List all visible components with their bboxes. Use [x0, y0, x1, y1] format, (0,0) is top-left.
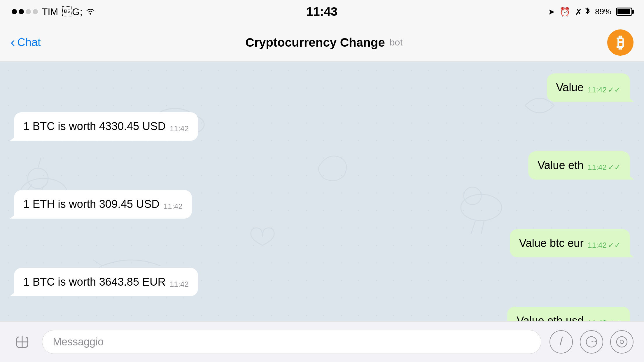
message-time: 11:42: [170, 124, 189, 133]
read-receipt-icon: ✓✓: [608, 241, 621, 249]
slash-button[interactable]: /: [550, 330, 573, 354]
message-row: Value eth11:42✓✓: [14, 151, 630, 180]
bubble-tail: [629, 175, 634, 180]
message-bubble: 1 BTC is worth 4330.45 USD11:42: [14, 112, 198, 140]
message-time: 11:42✓✓: [588, 85, 621, 94]
status-time: 11:43: [306, 5, 337, 19]
signal-dots: [12, 9, 38, 14]
svg-point-0: [90, 13, 91, 15]
back-button[interactable]: ‹ Chat: [10, 35, 41, 50]
signal-dot-2: [19, 9, 24, 14]
bubble-tail: [10, 292, 15, 296]
message-bubble: Value eth usd11:43✓✓: [507, 307, 630, 321]
signal-dot-3: [26, 9, 31, 14]
message-text: Value: [556, 81, 584, 94]
bubble-tail: [10, 137, 15, 141]
input-actions: /: [550, 330, 634, 354]
message-text: 1 ETH is worth 309.45 USD: [23, 198, 160, 210]
message-row: Value btc eur11:42✓✓: [14, 229, 630, 257]
back-label: Chat: [17, 36, 41, 49]
message-text: Value eth usd: [517, 314, 584, 321]
message-bubble: 1 BTC is worth 3643.85 EUR11:42: [14, 268, 198, 296]
sticker-button[interactable]: [580, 330, 603, 354]
signal-dot-1: [12, 9, 17, 14]
message-input[interactable]: Messaggio: [42, 330, 541, 354]
message-time: 11:42✓✓: [588, 241, 621, 249]
svg-point-16: [617, 337, 627, 347]
message-row: Value eth usd11:43✓✓: [14, 307, 630, 321]
message-time: 11:42: [170, 280, 189, 289]
mic-button[interactable]: [610, 330, 634, 354]
avatar-symbol: ₿: [617, 34, 624, 51]
message-row: Value11:42✓✓: [14, 73, 630, 102]
bot-label: bot: [390, 37, 402, 48]
svg-point-17: [620, 340, 624, 344]
wifi-icon: G;: [62, 6, 96, 17]
battery-icon: [616, 8, 632, 16]
read-receipt-icon: ✓✓: [608, 319, 621, 321]
bot-avatar[interactable]: ₿: [607, 29, 634, 56]
nav-title-group: Cryptocurrency Change bot: [245, 36, 402, 50]
message-bubble: 1 ETH is worth 309.45 USD11:42: [14, 190, 192, 218]
message-text: Value btc eur: [519, 237, 584, 249]
battery-percent: 89%: [595, 7, 611, 16]
slash-icon: /: [560, 335, 563, 348]
message-bubble: Value11:42✓✓: [547, 73, 630, 102]
read-receipt-icon: ✓✓: [608, 85, 621, 94]
message-text: Value eth: [538, 159, 584, 171]
location-icon: ➤: [548, 7, 555, 17]
message-row: 1 BTC is worth 3643.85 EUR11:42: [14, 268, 630, 296]
nav-bar: ‹ Chat Cryptocurrency Change bot ₿: [0, 23, 644, 62]
bubble-tail: [629, 253, 634, 257]
read-receipt-icon: ✓✓: [608, 163, 621, 172]
message-bubble: Value eth11:42✓✓: [528, 151, 630, 180]
status-right: ➤ ⏰ ✗ 89%: [548, 6, 632, 17]
bubble-tail: [629, 98, 634, 102]
back-chevron-icon: ‹: [10, 34, 15, 50]
message-placeholder: Messaggio: [53, 336, 104, 348]
chat-area: Value11:42✓✓1 BTC is worth 4330.45 USD11…: [0, 62, 644, 321]
status-left: TIM G;: [12, 6, 96, 17]
alarm-icon: ⏰: [559, 7, 570, 17]
message-row: 1 BTC is worth 4330.45 USD11:42: [14, 112, 630, 140]
message-time: 11:42: [164, 202, 183, 211]
message-time: 11:42✓✓: [588, 163, 621, 172]
input-bar: Messaggio /: [0, 321, 644, 362]
message-text: 1 BTC is worth 4330.45 USD: [23, 120, 166, 132]
chat-title: Cryptocurrency Change: [245, 36, 385, 50]
bluetooth-icon: ✗: [575, 6, 590, 17]
carrier-name: TIM: [42, 6, 58, 17]
attach-button[interactable]: [10, 330, 34, 354]
message-bubble: Value btc eur11:42✓✓: [510, 229, 630, 257]
signal-dot-4: [33, 9, 38, 14]
message-time: 11:43✓✓: [588, 319, 621, 321]
bubble-tail: [10, 215, 15, 219]
message-row: 1 ETH is worth 309.45 USD11:42: [14, 190, 630, 218]
message-text: 1 BTC is worth 3643.85 EUR: [23, 276, 166, 288]
status-bar: TIM G; 11:43 ➤ ⏰ ✗ 89%: [0, 0, 644, 23]
